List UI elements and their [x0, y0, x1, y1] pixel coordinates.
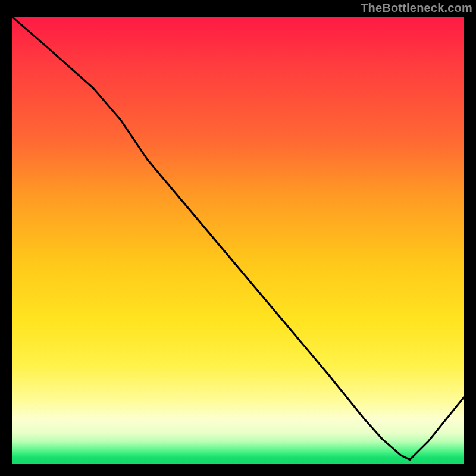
plot-area	[12, 17, 464, 464]
curve-svg	[12, 17, 464, 464]
bottleneck-curve	[12, 17, 464, 460]
chart-canvas: TheBottleneck.com	[0, 0, 476, 476]
attribution-text: TheBottleneck.com	[361, 1, 472, 15]
